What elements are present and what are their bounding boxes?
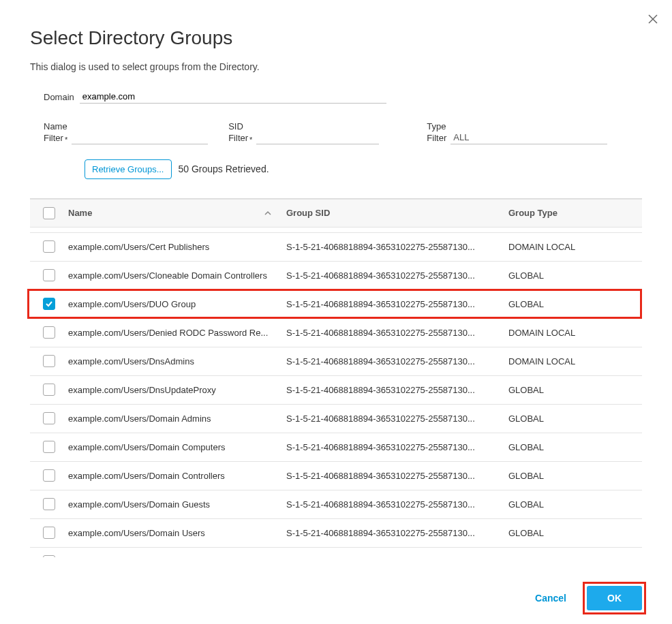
row-type: GLOBAL bbox=[508, 471, 642, 481]
name-filter-label: NameFilter* bbox=[44, 121, 67, 144]
table-row[interactable]: example.com/Users/Domain AdminsS-1-5-21-… bbox=[30, 405, 642, 433]
row-sid: S-1-5-21-4068818894-3653102275-25587130.… bbox=[286, 356, 508, 366]
row-name: example.com/Users/DnsAdmins bbox=[68, 356, 286, 366]
row-name: example.com/Users/Cloneable Domain Contr… bbox=[68, 270, 286, 281]
table-row[interactable]: example.com/Users/DnsAdminsS-1-5-21-4068… bbox=[30, 347, 642, 376]
row-name: example.com/Users/Denied RODC Password R… bbox=[68, 328, 286, 338]
sort-ascending-icon bbox=[264, 210, 281, 217]
table-row[interactable]: example.com/Users/Enterprise AdminsS-1-5… bbox=[30, 548, 642, 557]
sid-filter-input[interactable] bbox=[256, 131, 379, 144]
row-name: example.com/Users/Domain Users bbox=[68, 528, 286, 538]
row-checkbox[interactable] bbox=[43, 412, 55, 424]
table-row[interactable]: example.com/Users/Domain ComputersS-1-5-… bbox=[30, 433, 642, 462]
row-name: example.com/Users/DnsUpdateProxy bbox=[68, 385, 286, 395]
row-sid: S-1-5-21-4068818894-3653102275-25587130.… bbox=[286, 557, 508, 557]
row-type: GLOBAL bbox=[508, 414, 642, 424]
row-sid: S-1-5-21-4068818894-3653102275-25587130.… bbox=[286, 385, 508, 395]
row-name: example.com/Users/Domain Admins bbox=[68, 414, 286, 424]
row-name: example.com/Users/Domain Guests bbox=[68, 499, 286, 510]
dialog-subtitle: This dialog is used to select groups fro… bbox=[30, 61, 642, 72]
row-type: DOMAIN LOCAL bbox=[508, 242, 642, 252]
row-sid: S-1-5-21-4068818894-3653102275-25587130.… bbox=[286, 328, 508, 338]
column-header-sid[interactable]: Group SID bbox=[286, 208, 508, 218]
row-sid: S-1-5-21-4068818894-3653102275-25587130.… bbox=[286, 528, 508, 538]
row-checkbox[interactable] bbox=[43, 441, 55, 453]
close-icon[interactable] bbox=[647, 14, 658, 25]
row-sid: S-1-5-21-4068818894-3653102275-25587130.… bbox=[286, 242, 508, 252]
row-name: example.com/Users/DUO Group bbox=[68, 299, 286, 309]
row-type: GLOBAL bbox=[508, 528, 642, 538]
table-row[interactable]: example.com/Users/Cert PublishersS-1-5-2… bbox=[30, 233, 642, 262]
select-all-checkbox[interactable] bbox=[43, 207, 55, 219]
column-header-type[interactable]: Group Type bbox=[508, 208, 642, 218]
dialog-title: Select Directory Groups bbox=[30, 27, 642, 49]
table-header-row: Name Group SID Group Type bbox=[30, 199, 642, 228]
row-checkbox[interactable] bbox=[43, 298, 55, 310]
row-sid: S-1-5-21-4068818894-3653102275-25587130.… bbox=[286, 442, 508, 452]
row-name: example.com/Users/Enterprise Admins bbox=[68, 557, 286, 557]
row-checkbox[interactable] bbox=[43, 498, 55, 510]
row-checkbox[interactable] bbox=[43, 555, 55, 557]
table-row[interactable]: example.com/Users/Domain ControllersS-1-… bbox=[30, 462, 642, 490]
row-sid: S-1-5-21-4068818894-3653102275-25587130.… bbox=[286, 270, 508, 281]
row-type: GLOBAL bbox=[508, 270, 642, 281]
type-filter-input[interactable] bbox=[450, 131, 607, 144]
row-checkbox[interactable] bbox=[43, 469, 55, 482]
row-name: example.com/Users/Cert Publishers bbox=[68, 242, 286, 252]
row-type: GLOBAL bbox=[508, 385, 642, 395]
sid-filter-label: SIDFilter* bbox=[228, 121, 252, 144]
row-checkbox[interactable] bbox=[43, 527, 55, 539]
row-checkbox[interactable] bbox=[43, 269, 55, 281]
row-name: example.com/Users/Domain Controllers bbox=[68, 471, 286, 481]
table-row[interactable]: example.com/Users/Domain GuestsS-1-5-21-… bbox=[30, 490, 642, 519]
ok-button[interactable]: OK bbox=[587, 586, 642, 610]
cancel-button[interactable]: Cancel bbox=[528, 587, 573, 609]
row-type: GLOBAL bbox=[508, 499, 642, 510]
column-header-name[interactable]: Name bbox=[68, 208, 286, 218]
table-row[interactable]: example.com/Users/DnsUpdateProxyS-1-5-21… bbox=[30, 376, 642, 405]
groups-table: Name Group SID Group Type example.com/Us… bbox=[30, 198, 642, 557]
retrieve-groups-button[interactable]: Retrieve Groups... bbox=[85, 159, 172, 179]
domain-input[interactable] bbox=[80, 90, 386, 104]
row-type: GLOBAL bbox=[508, 442, 642, 452]
row-checkbox[interactable] bbox=[43, 240, 55, 253]
name-filter-input[interactable] bbox=[72, 131, 208, 144]
table-row[interactable]: example.com/Users/Domain UsersS-1-5-21-4… bbox=[30, 519, 642, 548]
row-sid: S-1-5-21-4068818894-3653102275-25587130.… bbox=[286, 414, 508, 424]
row-checkbox[interactable] bbox=[43, 384, 55, 396]
row-type: UNIVERSAL bbox=[508, 557, 642, 557]
row-checkbox[interactable] bbox=[43, 355, 55, 367]
row-checkbox[interactable] bbox=[43, 326, 55, 339]
row-type: DOMAIN LOCAL bbox=[508, 328, 642, 338]
table-row[interactable]: example.com/Users/DUO GroupS-1-5-21-4068… bbox=[30, 290, 642, 319]
row-sid: S-1-5-21-4068818894-3653102275-25587130.… bbox=[286, 499, 508, 510]
row-name: example.com/Users/Domain Computers bbox=[68, 442, 286, 452]
type-filter-label: TypeFilter bbox=[427, 121, 446, 144]
table-row[interactable]: example.com/Users/Denied RODC Password R… bbox=[30, 319, 642, 347]
row-type: DOMAIN LOCAL bbox=[508, 356, 642, 366]
row-sid: S-1-5-21-4068818894-3653102275-25587130.… bbox=[286, 471, 508, 481]
retrieve-status-text: 50 Groups Retrieved. bbox=[179, 163, 269, 174]
row-type: GLOBAL bbox=[508, 299, 642, 309]
row-sid: S-1-5-21-4068818894-3653102275-25587130.… bbox=[286, 299, 508, 309]
domain-label: Domain bbox=[44, 92, 74, 104]
table-row[interactable]: example.com/Users/Cloneable Domain Contr… bbox=[30, 262, 642, 290]
